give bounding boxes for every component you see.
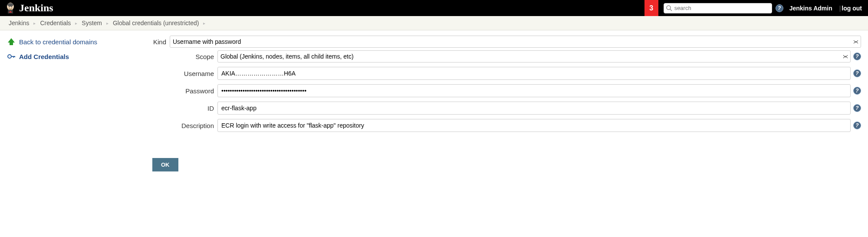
svg-rect-9	[13, 56, 14, 58]
form-row-id: ID ?	[152, 102, 861, 115]
form-row-kind: Kind Username with password	[152, 36, 861, 48]
password-label: Password	[170, 87, 217, 95]
breadcrumb-item-jenkins[interactable]: Jenkins	[7, 19, 31, 27]
user-link[interactable]: Jenkins Admin	[789, 5, 832, 12]
jenkins-logo-icon	[5, 2, 16, 14]
sidebar-back-link[interactable]: Back to credential domains	[19, 38, 97, 46]
sidebar: Back to credential domains Add Credentia…	[7, 36, 152, 171]
breadcrumb-item-global[interactable]: Global credentials (unrestricted)	[111, 19, 201, 27]
svg-rect-8	[11, 56, 15, 57]
sidebar-item-back[interactable]: Back to credential domains	[7, 36, 152, 48]
description-input[interactable]	[217, 119, 851, 132]
search-input[interactable]	[664, 3, 772, 13]
chevron-right-icon: ▸	[106, 21, 108, 26]
kind-label: Kind	[152, 38, 170, 46]
svg-point-4	[11, 7, 12, 7]
pipe-separator: |	[839, 5, 841, 12]
svg-point-1	[7, 3, 13, 7]
form-row-password: Password ?	[152, 84, 861, 97]
description-label: Description	[170, 122, 217, 129]
svg-rect-10	[14, 56, 15, 57]
arrow-up-icon	[7, 37, 16, 46]
help-icon[interactable]: ?	[853, 87, 861, 95]
sidebar-add-link[interactable]: Add Credentials	[19, 53, 69, 60]
breadcrumb-item-credentials[interactable]: Credentials	[38, 19, 72, 27]
search-box	[664, 3, 772, 13]
chevron-right-icon: ▸	[75, 21, 77, 26]
form-row-scope: Scope Global (Jenkins, nodes, items, all…	[152, 50, 861, 63]
svg-point-5	[667, 6, 671, 10]
sidebar-item-add[interactable]: Add Credentials	[7, 50, 152, 63]
svg-line-6	[670, 9, 672, 11]
chevron-right-icon: ▸	[33, 21, 36, 26]
brand-text: Jenkins	[19, 2, 53, 14]
password-input[interactable]	[217, 84, 851, 97]
search-icon	[666, 5, 673, 12]
breadcrumb-item-system[interactable]: System	[80, 19, 104, 27]
page-layout: Back to credential domains Add Credentia…	[0, 30, 868, 177]
help-icon[interactable]: ?	[853, 53, 861, 60]
help-icon[interactable]: ?	[776, 4, 783, 12]
logout-link[interactable]: log out	[842, 5, 862, 12]
notification-badge[interactable]: 3	[644, 0, 658, 16]
scope-select[interactable]: Global (Jenkins, nodes, items, all child…	[217, 50, 851, 63]
id-label: ID	[170, 105, 217, 112]
username-input[interactable]	[217, 67, 851, 80]
help-icon[interactable]: ?	[853, 69, 861, 77]
form-row-username: Username ?	[152, 67, 861, 80]
svg-point-7	[8, 55, 11, 58]
username-label: Username	[170, 70, 217, 77]
kind-select[interactable]: Username with password	[170, 36, 861, 48]
logo-area[interactable]: Jenkins	[5, 2, 644, 14]
main-form: Kind Username with password Scope Global…	[152, 36, 861, 171]
key-icon	[7, 52, 16, 61]
form-row-description: Description ?	[152, 119, 861, 132]
scope-label: Scope	[170, 53, 217, 60]
breadcrumb: Jenkins ▸ Credentials ▸ System ▸ Global …	[0, 16, 868, 30]
ok-button[interactable]: OK	[152, 158, 178, 171]
id-input[interactable]	[217, 102, 851, 115]
help-icon[interactable]: ?	[853, 122, 861, 129]
chevron-right-icon: ▸	[203, 21, 205, 26]
top-header: Jenkins 3 ? Jenkins Admin | log out	[0, 0, 868, 16]
svg-point-3	[9, 7, 10, 7]
help-icon[interactable]: ?	[853, 104, 861, 112]
